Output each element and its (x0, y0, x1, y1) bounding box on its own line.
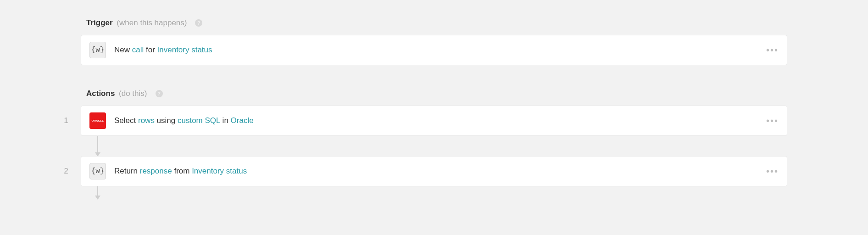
step-connector (81, 136, 787, 156)
actions-title: Actions (86, 89, 115, 98)
action-step-row: 1 ORACLE Select rows using custom SQL in… (81, 106, 787, 136)
trigger-title: Trigger (86, 18, 113, 27)
action-step-row: 2 {w} Return response from Inventory sta… (81, 156, 787, 186)
trigger-card-row: {w} New call for Inventory status ••• (81, 35, 787, 65)
trigger-card-text: New call for Inventory status (114, 45, 761, 55)
trigger-header: Trigger (when this happens) ? (81, 18, 787, 35)
help-icon[interactable]: ? (156, 90, 163, 97)
more-icon[interactable]: ••• (761, 164, 779, 179)
oracle-icon: ORACLE (89, 112, 106, 129)
trigger-subtitle: (when this happens) (117, 18, 187, 27)
help-icon[interactable]: ? (195, 19, 202, 27)
action-card[interactable]: ORACLE Select rows using custom SQL in O… (81, 106, 787, 136)
more-icon[interactable]: ••• (761, 114, 779, 128)
action-card[interactable]: {w} Return response from Inventory statu… (81, 156, 787, 186)
action-card-text: Return response from Inventory status (114, 167, 761, 176)
step-connector (81, 186, 787, 199)
arrow-down-icon (95, 196, 100, 200)
trigger-card[interactable]: {w} New call for Inventory status ••• (81, 35, 787, 65)
more-icon[interactable]: ••• (761, 43, 779, 57)
step-number: 2 (61, 167, 71, 176)
actions-header: Actions (do this) ? (81, 89, 787, 106)
workato-icon: {w} (89, 42, 106, 58)
workato-icon: {w} (89, 163, 106, 179)
actions-subtitle: (do this) (119, 89, 147, 98)
step-number: 1 (61, 116, 71, 125)
action-card-text: Select rows using custom SQL in Oracle (114, 116, 761, 125)
